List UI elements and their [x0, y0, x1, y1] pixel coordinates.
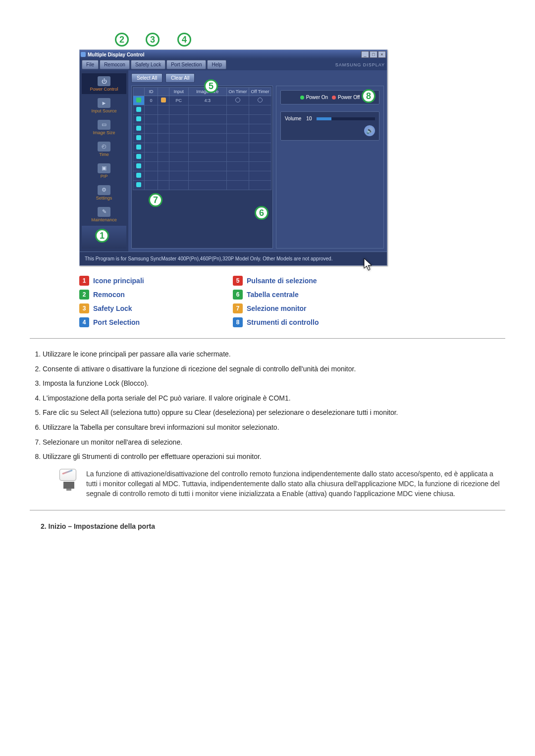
badge-3-icon: 3 [79, 303, 89, 313]
app-icon [81, 52, 86, 57]
list-item: Fare clic su Select All (seleziona tutto… [43, 408, 505, 418]
sidebar-item-label: Image Size [93, 130, 115, 135]
table-row[interactable] [133, 115, 271, 124]
status-cyan-icon [136, 145, 141, 150]
menu-file[interactable]: File [82, 60, 99, 69]
status-bar: This Program is for Samsung SyncMaster 4… [80, 252, 387, 265]
selection-toolbar: Select All Clear All [131, 73, 384, 83]
sidebar-item-pip[interactable]: ▣ PIP [82, 160, 126, 181]
table-row[interactable] [133, 124, 271, 134]
status-cyan-icon [136, 173, 141, 178]
menu-help[interactable]: Help [207, 60, 226, 69]
instruction-list: Utilizzare le icone principali per passa… [30, 350, 505, 462]
sidebar-item-maintenance[interactable]: ✎ Maintenance [82, 204, 126, 225]
legend-label: Selezione monitor [247, 304, 307, 312]
callout-6: 6 [255, 206, 268, 220]
col-id: ID [145, 88, 158, 96]
menubar: File Remocon Safety Lock Port Selection … [80, 59, 387, 70]
table-row[interactable] [133, 181, 271, 190]
legend-item: 1 Icone principali [79, 276, 233, 286]
volume-value: 10 [306, 116, 312, 121]
table-row[interactable] [133, 134, 271, 143]
maintenance-icon: ✎ [98, 207, 110, 217]
legend-item: 2 Remocon [79, 290, 233, 300]
list-item: Imposta la funzione Lock (Blocco). [43, 379, 505, 389]
list-item: L'impostazione della porta seriale del P… [43, 394, 505, 403]
power-on-button[interactable]: Power On [300, 95, 328, 100]
app-window: Multiple Display Control _ □ × File Remo… [79, 50, 387, 266]
document-page: 2 3 4 5 6 7 8 1 Multiple Display Control… [0, 0, 535, 631]
titlebar: Multiple Display Control _ □ × [80, 50, 387, 59]
callout-8: 8 [362, 89, 375, 103]
table-row[interactable] [133, 143, 271, 152]
power-off-button[interactable]: Power Off [332, 95, 360, 100]
menu-port-selection[interactable]: Port Selection [166, 60, 206, 69]
cursor-icon [363, 257, 374, 272]
note-region: La funzione di attivazione/disattivazion… [59, 469, 505, 499]
info-grid[interactable]: ID Input Image Size On Timer Off Timer [131, 86, 273, 249]
note-text: La funzione di attivazione/disattivazion… [86, 469, 505, 499]
table-row[interactable]: 0 PC 4:3 [133, 96, 271, 105]
volume-slider[interactable] [317, 117, 375, 120]
cell-id: 0 [145, 96, 158, 105]
sidebar-item-label: Power Control [90, 87, 118, 92]
sidebar-item-label: PIP [101, 174, 108, 179]
input-icon: ► [98, 98, 110, 108]
list-item: Selezionare un monitor nell'area di sele… [43, 438, 505, 448]
brand-label: SAMSUNG DISPLAY [335, 62, 385, 67]
sidebar-item-input-source[interactable]: ► Input Source [82, 95, 126, 116]
callout-2: 2 [115, 33, 129, 47]
pencil-icon [59, 469, 76, 481]
badge-6-icon: 6 [233, 290, 243, 300]
legend-label: Strumenti di controllo [247, 318, 319, 326]
note-icon [59, 469, 78, 491]
select-all-button[interactable]: Select All [131, 73, 162, 83]
status-text: This Program is for Samsung SyncMaster 4… [85, 256, 332, 261]
monitor-icon [63, 482, 74, 489]
pip-icon: ▣ [98, 163, 110, 173]
control-tools-panel: Power On Power Off Volume 10 [276, 86, 384, 249]
clear-all-button[interactable]: Clear All [165, 73, 195, 83]
settings-icon: ⚙ [98, 185, 110, 195]
callout-4: 4 [177, 33, 191, 47]
sidebar-item-time[interactable]: ◴ Time [82, 139, 126, 159]
menu-safety-lock[interactable]: Safety Lock [131, 60, 165, 69]
col-on-timer: On Timer [227, 88, 249, 96]
list-item: Consente di attivare o disattivare la fu… [43, 364, 505, 374]
legend-right-col: 5 Pulsante di selezione 6 Tabella centra… [233, 276, 386, 327]
close-button[interactable]: × [378, 51, 386, 58]
main-icons-sidebar: ⏻ Power Control ► Input Source ▭ Image S… [80, 70, 128, 252]
power-off-label: Power Off [338, 95, 360, 100]
menu-remocon[interactable]: Remocon [100, 60, 130, 69]
maximize-button[interactable]: □ [370, 51, 377, 58]
sidebar-item-image-size[interactable]: ▭ Image Size [82, 117, 126, 138]
table-row[interactable] [133, 152, 271, 162]
speaker-icon[interactable]: 🔊 [364, 125, 375, 136]
status-green-icon [136, 98, 141, 102]
callout-5: 5 [204, 79, 218, 93]
legend-item: 7 Selezione monitor [233, 303, 386, 313]
sidebar-item-label: Maintenance [91, 217, 117, 222]
badge-2-icon: 2 [79, 290, 89, 300]
table-row[interactable] [133, 105, 271, 115]
on-timer-radio [235, 98, 240, 102]
power-on-dot-icon [300, 96, 304, 100]
status-cyan-icon [136, 135, 141, 140]
status-cyan-icon [136, 126, 141, 131]
list-item: Utilizzare gli Strumenti di controllo pe… [43, 452, 505, 462]
status-cyan-icon [136, 163, 141, 168]
callout-1: 1 [95, 229, 109, 243]
cell-input: PC [169, 96, 189, 105]
badge-7-icon: 7 [233, 303, 243, 313]
legend-item: 8 Strumenti di controllo [233, 317, 386, 327]
main-area: Select All Clear All ID Input [128, 70, 387, 252]
col-off-timer: Off Timer [249, 88, 271, 96]
minimize-button[interactable]: _ [361, 51, 369, 58]
sidebar-item-settings[interactable]: ⚙ Settings [82, 182, 126, 203]
table-row[interactable] [133, 171, 271, 181]
off-timer-radio [258, 98, 263, 102]
table-row[interactable] [133, 162, 271, 171]
section-2-title: 2. Inizio – Impostazione della porta [41, 522, 505, 530]
status-cyan-icon [136, 107, 141, 112]
sidebar-item-power-control[interactable]: ⏻ Power Control [82, 73, 126, 94]
